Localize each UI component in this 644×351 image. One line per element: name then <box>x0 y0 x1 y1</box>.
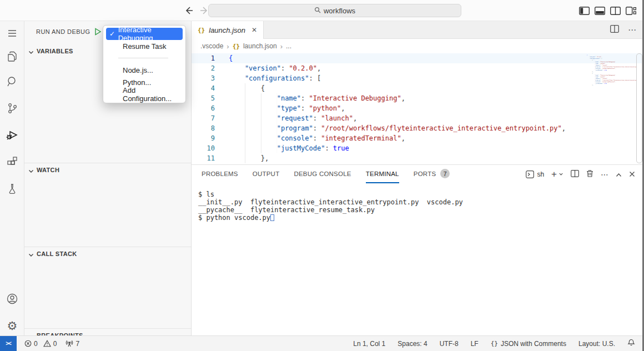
json-icon: {} <box>491 340 498 347</box>
radio-tower-icon <box>66 340 73 347</box>
breadcrumb-file[interactable]: launch.json <box>243 42 277 50</box>
indent-guide <box>245 93 277 103</box>
extensions-icon[interactable] <box>6 155 19 168</box>
menu-icon[interactable] <box>6 27 19 40</box>
code-token: : <box>281 64 289 72</box>
minimap[interactable]: { "version": "0.2.0", "configurations": … <box>587 54 637 90</box>
close-panel-icon[interactable] <box>629 169 635 179</box>
code-token: { <box>229 54 233 62</box>
code-line[interactable]: 5"name": "Interactive Debugging", <box>192 93 644 103</box>
kill-terminal-icon[interactable] <box>586 169 593 179</box>
eol-status[interactable]: LF <box>471 340 479 348</box>
encoding-status[interactable]: UTF-8 <box>440 340 459 348</box>
problems-status[interactable]: 0 0 <box>24 340 57 348</box>
code-token: , <box>401 134 405 142</box>
command-center-search[interactable]: workflows <box>208 4 461 17</box>
cursor-position-status[interactable]: Ln 1, Col 1 <box>353 340 385 348</box>
testing-icon[interactable] <box>6 182 19 195</box>
panel-more-actions-icon[interactable]: ⋯ <box>601 170 608 179</box>
menu-item-node-js[interactable]: Node.js... <box>106 64 183 76</box>
breadcrumb-more[interactable]: ... <box>286 42 291 50</box>
menu-item-interactive-debugging[interactable]: ✓Interactive Debugging <box>106 28 183 40</box>
menu-separator <box>118 58 168 58</box>
code-line[interactable]: 4{ <box>192 83 644 93</box>
split-editor-icon[interactable] <box>610 25 619 35</box>
watch-section: WATCH <box>24 163 191 247</box>
code-line[interactable]: 7"request": "launch", <box>192 113 644 123</box>
watch-section-header[interactable]: WATCH <box>24 163 191 174</box>
split-terminal-icon[interactable] <box>571 169 579 179</box>
vscode-window: workflows <box>0 0 644 351</box>
panel-tab-ports[interactable]: PORTS7 <box>414 165 450 183</box>
indent-guide <box>245 143 277 153</box>
terminal-shell-item[interactable]: sh <box>526 171 544 178</box>
code-line[interactable]: 1{ <box>192 53 644 63</box>
panel-tabs: PROBLEMSOUTPUTDEBUG CONSOLETERMINALPORTS… <box>192 165 450 183</box>
indent <box>229 143 245 153</box>
menu-item-label: Node.js... <box>123 66 153 74</box>
search-view-icon[interactable] <box>6 75 19 88</box>
tab-label: launch.json <box>209 26 245 34</box>
explorer-icon[interactable] <box>6 50 19 63</box>
panel-tab-terminal[interactable]: TERMINAL <box>366 165 399 183</box>
tab-launch-json[interactable]: {} launch.json ✕ <box>192 21 264 39</box>
new-terminal-button[interactable]: + <box>551 169 564 179</box>
editor-tab-bar: {} launch.json ✕ ⋯ <box>192 21 644 39</box>
call-stack-section-header[interactable]: CALL STACK <box>24 247 191 258</box>
toggle-sidebar-icon[interactable] <box>579 6 590 15</box>
notifications-bell-icon[interactable] <box>627 339 635 348</box>
activity-bar: ⚙ <box>0 21 24 335</box>
breadcrumb-folder[interactable]: .vscode <box>200 42 223 50</box>
chevron-right-icon: › <box>227 42 229 51</box>
call-stack-section: CALL STACK <box>24 247 191 328</box>
section-label: CALL STACK <box>37 250 77 257</box>
code-line[interactable]: 8"program": "/root/workflows/flyteintera… <box>192 123 644 133</box>
ports-status[interactable]: 7 <box>66 340 79 348</box>
terminal-output[interactable]: $ ls__init__.py flyteinteractive_interac… <box>198 190 463 222</box>
code-line[interactable]: 10"justMyCode": true <box>192 143 644 153</box>
panel-tab-problems[interactable]: PROBLEMS <box>202 165 238 183</box>
code-line[interactable]: 11}, <box>192 153 644 163</box>
code-token: "justMyCode" <box>277 144 325 152</box>
start-debugging-button[interactable] <box>93 27 102 36</box>
code-token: "console" <box>277 134 313 142</box>
source-control-icon[interactable] <box>6 102 19 115</box>
language-mode-status[interactable]: {} JSON with Comments <box>491 340 566 348</box>
customize-layout-icon[interactable] <box>626 6 636 15</box>
account-icon[interactable] <box>6 292 19 305</box>
code-token: : <box>313 114 321 122</box>
editor-scrollbar[interactable] <box>636 53 642 163</box>
code-token: "Interactive Debugging" <box>309 94 401 102</box>
toggle-panel-icon[interactable] <box>595 6 605 15</box>
menu-item-add-configuration[interactable]: Add Configuration... <box>106 88 183 101</box>
more-actions-icon[interactable]: ⋯ <box>628 25 636 35</box>
code-editor[interactable]: 1{2"version": "0.2.0",3"configurations":… <box>192 53 644 164</box>
toggle-secondary-sidebar-icon[interactable] <box>610 6 621 15</box>
code-token: "configurations" <box>245 74 309 82</box>
remote-indicator[interactable]: >< <box>0 336 17 351</box>
code-token: : <box>301 94 309 102</box>
maximize-panel-icon[interactable] <box>616 169 622 179</box>
search-icon <box>314 7 321 15</box>
code-line[interactable]: 9"console": "integratedTerminal", <box>192 133 644 143</box>
settings-gear-icon[interactable]: ⚙ <box>6 319 19 332</box>
code-token: : <box>309 74 316 82</box>
breadcrumb[interactable]: .vscode › {} launch.json › ... <box>192 39 644 53</box>
panel-tab-debug-console[interactable]: DEBUG CONSOLE <box>294 165 351 183</box>
menu-item-label: Python... <box>123 78 151 87</box>
panel-tab-label: OUTPUT <box>253 171 280 177</box>
run-and-debug-icon[interactable] <box>6 128 19 142</box>
code-token: "program" <box>277 124 313 132</box>
panel-tab-output[interactable]: OUTPUT <box>253 165 280 183</box>
close-tab-icon[interactable]: ✕ <box>251 26 257 34</box>
warning-icon <box>43 340 51 347</box>
line-number: 9 <box>192 133 215 143</box>
indentation-status[interactable]: Spaces: 4 <box>398 340 427 348</box>
back-arrow-icon[interactable] <box>184 6 194 16</box>
code-token: }, <box>261 154 269 162</box>
code-line[interactable]: 6"type": "python", <box>192 103 644 113</box>
code-line[interactable]: 2"version": "0.2.0", <box>192 63 644 73</box>
keyboard-layout-status[interactable]: Layout: U.S. <box>578 340 615 348</box>
search-value: workflows <box>324 7 355 15</box>
code-line[interactable]: 3"configurations": [ <box>192 73 644 83</box>
